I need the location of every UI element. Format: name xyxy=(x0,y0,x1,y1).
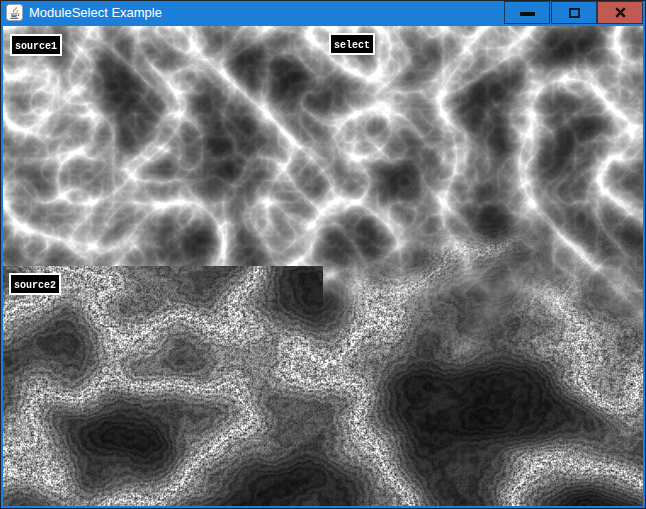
maximize-button[interactable] xyxy=(551,1,597,24)
source2-label: source2 xyxy=(9,273,61,295)
java-app-icon xyxy=(6,4,23,21)
window-title: ModuleSelect Example xyxy=(29,0,162,26)
maximize-icon xyxy=(569,8,580,18)
noise-render-canvas xyxy=(3,26,643,506)
select-label: select xyxy=(329,33,375,55)
minimize-icon xyxy=(520,12,535,16)
app-window: ModuleSelect Example source1 select sour… xyxy=(0,0,646,509)
close-button[interactable] xyxy=(597,1,643,24)
minimize-button[interactable] xyxy=(504,1,550,24)
close-icon xyxy=(614,6,627,19)
render-client-area: source1 select source2 xyxy=(3,26,643,506)
source1-label: source1 xyxy=(10,34,62,56)
titlebar[interactable]: ModuleSelect Example xyxy=(0,0,646,26)
